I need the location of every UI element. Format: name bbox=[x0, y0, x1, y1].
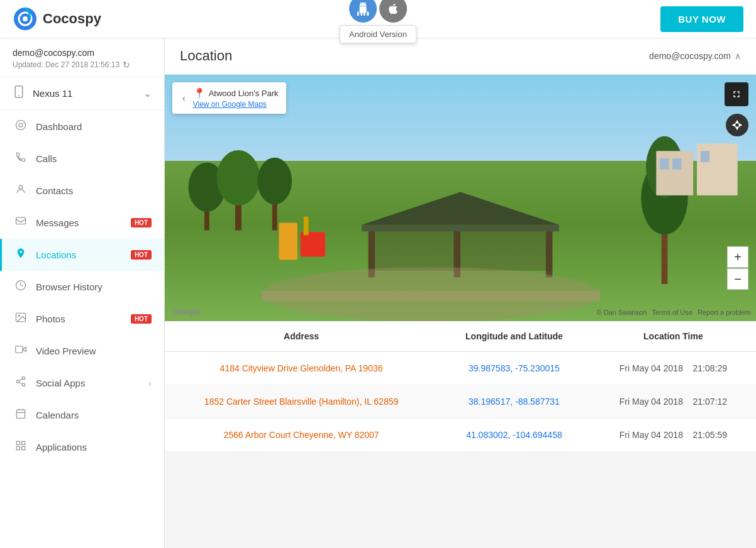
sidebar-item-dashboard[interactable]: Dashboard bbox=[0, 111, 164, 143]
messages-icon bbox=[14, 216, 27, 230]
location-table: Address Longitude and Latitude Location … bbox=[165, 321, 756, 452]
sidebar-item-calendars[interactable]: Calendars bbox=[0, 399, 164, 431]
sidebar-item-locations[interactable]: Locations HOT bbox=[0, 239, 164, 271]
svg-rect-25 bbox=[16, 447, 19, 450]
svg-rect-47 bbox=[656, 151, 693, 196]
map-report-link[interactable]: Report a problem bbox=[698, 309, 751, 316]
android-tooltip: Android Version bbox=[340, 25, 416, 43]
calls-icon bbox=[14, 151, 27, 166]
map-info-box: ‹ 📍 Atwood Lion's Park View on Google Ma… bbox=[172, 82, 286, 114]
coords-link[interactable]: 39.987583, -75.230015 bbox=[469, 363, 560, 373]
table-cell-time: Fri May 04 2018 21:07:12 bbox=[591, 385, 756, 419]
refresh-icon[interactable]: ↻ bbox=[123, 60, 130, 70]
social-apps-arrow-icon: › bbox=[148, 378, 152, 388]
address-link[interactable]: 1852 Carter Street Blairsville (Hamilton… bbox=[204, 397, 398, 407]
messages-hot-badge: HOT bbox=[131, 218, 152, 227]
buy-now-button[interactable]: BUY NOW bbox=[660, 6, 743, 32]
video-preview-label: Video Preview bbox=[36, 346, 152, 356]
map-attribution-text: © Dan Swanson bbox=[597, 309, 647, 316]
contacts-icon bbox=[14, 184, 27, 198]
svg-point-2 bbox=[23, 16, 28, 21]
table-row: 4184 Cityview Drive Glenolden, PA 19036 … bbox=[165, 352, 756, 385]
svg-marker-12 bbox=[23, 347, 26, 352]
browser-history-label: Browser History bbox=[36, 282, 152, 292]
browser-history-icon bbox=[14, 280, 27, 294]
table-body: 4184 Cityview Drive Glenolden, PA 19036 … bbox=[165, 352, 756, 452]
svg-rect-24 bbox=[22, 441, 25, 444]
cocospy-logo-icon bbox=[13, 6, 38, 31]
coords-link[interactable]: 41.083002, -104.694458 bbox=[466, 430, 562, 440]
sidebar-item-social-apps[interactable]: Social Apps › bbox=[0, 367, 164, 399]
col-longlat-header: Longitude and Latitude bbox=[438, 321, 591, 352]
table-row: 1852 Carter Street Blairsville (Hamilton… bbox=[165, 385, 756, 419]
photos-icon bbox=[14, 312, 27, 326]
sidebar-item-contacts[interactable]: Contacts bbox=[0, 175, 164, 207]
sidebar-item-applications[interactable]: Applications bbox=[0, 431, 164, 463]
map-place-name: Atwood Lion's Park bbox=[209, 89, 279, 98]
svg-rect-19 bbox=[16, 410, 25, 419]
svg-point-5 bbox=[16, 121, 26, 130]
svg-point-15 bbox=[16, 380, 19, 383]
android-button[interactable] bbox=[349, 0, 377, 23]
zoom-out-button[interactable]: − bbox=[727, 268, 748, 290]
coords-link[interactable]: 38.196517, -88.587731 bbox=[469, 397, 560, 407]
map-view-link[interactable]: View on Google Maps bbox=[193, 100, 267, 109]
header: Cocospy Android Version BUY NOW bbox=[0, 0, 756, 38]
road bbox=[224, 267, 638, 321]
sidebar-item-messages[interactable]: Messages HOT bbox=[0, 207, 164, 239]
sidebar-item-calls[interactable]: Calls bbox=[0, 143, 164, 175]
locations-icon bbox=[14, 248, 27, 262]
sidebar-item-photos[interactable]: Photos HOT bbox=[0, 303, 164, 335]
locations-label: Locations bbox=[36, 249, 120, 260]
svg-rect-26 bbox=[22, 447, 25, 450]
table-cell-address: 1852 Carter Street Blairsville (Hamilton… bbox=[165, 385, 438, 419]
map-terms-link[interactable]: Terms of Use bbox=[652, 309, 692, 316]
ios-button[interactable] bbox=[379, 0, 407, 23]
content-user-chevron-icon[interactable]: ∧ bbox=[735, 51, 741, 61]
platform-buttons bbox=[349, 0, 407, 23]
svg-rect-44 bbox=[304, 216, 309, 234]
content-user-info: demo@cocospy.com ∧ bbox=[649, 51, 741, 61]
address-link[interactable]: 2566 Arbor Court Cheyenne, WY 82007 bbox=[223, 430, 379, 440]
svg-rect-23 bbox=[16, 441, 19, 444]
table-header-row: Address Longitude and Latitude Location … bbox=[165, 321, 756, 352]
svg-rect-8 bbox=[16, 217, 26, 224]
address-link[interactable]: 4184 Cityview Drive Glenolden, PA 19036 bbox=[220, 363, 383, 373]
zoom-in-button[interactable]: + bbox=[727, 246, 748, 268]
map-google-logo: Google bbox=[172, 307, 201, 316]
sidebar-item-video-preview[interactable]: Video Preview bbox=[0, 335, 164, 367]
location-time: 21:05:59 bbox=[693, 430, 728, 440]
svg-rect-38 bbox=[369, 232, 553, 271]
buildings-right bbox=[638, 129, 756, 203]
map-fullscreen-button[interactable] bbox=[725, 82, 748, 106]
svg-point-4 bbox=[18, 95, 19, 96]
calls-label: Calls bbox=[36, 153, 152, 164]
main-layout: demo@cocospy.com Updated: Dec 27 2018 21… bbox=[0, 38, 756, 548]
playground bbox=[253, 211, 360, 272]
map-info-details: 📍 Atwood Lion's Park View on Google Maps bbox=[193, 87, 279, 109]
applications-icon bbox=[14, 440, 27, 454]
svg-rect-46 bbox=[262, 290, 601, 300]
device-chevron-icon[interactable]: ⌄ bbox=[143, 87, 152, 99]
map-compass[interactable] bbox=[726, 114, 748, 136]
header-center: Android Version bbox=[340, 0, 416, 43]
map-back-button[interactable]: ‹ bbox=[180, 92, 188, 104]
svg-rect-50 bbox=[672, 158, 681, 170]
svg-marker-34 bbox=[362, 192, 559, 225]
photos-label: Photos bbox=[36, 314, 120, 324]
location-time: 21:08:29 bbox=[693, 363, 728, 373]
location-date: Fri May 04 2018 bbox=[620, 397, 683, 407]
social-apps-icon bbox=[14, 376, 27, 390]
svg-line-18 bbox=[19, 379, 22, 381]
calendars-label: Calendars bbox=[36, 410, 152, 420]
main-content: Location demo@cocospy.com ∧ bbox=[165, 38, 756, 548]
social-apps-label: Social Apps bbox=[36, 378, 140, 388]
sidebar-item-browser-history[interactable]: Browser History bbox=[0, 271, 164, 303]
sidebar-user-email: demo@cocospy.com bbox=[13, 48, 152, 58]
locations-hot-badge: HOT bbox=[131, 250, 152, 260]
device-section[interactable]: Nexus 11 ⌄ bbox=[0, 77, 164, 111]
messages-label: Messages bbox=[36, 217, 120, 228]
sidebar: demo@cocospy.com Updated: Dec 27 2018 21… bbox=[0, 38, 165, 548]
svg-line-17 bbox=[19, 382, 22, 384]
table-row: 2566 Arbor Court Cheyenne, WY 82007 41.0… bbox=[165, 419, 756, 452]
